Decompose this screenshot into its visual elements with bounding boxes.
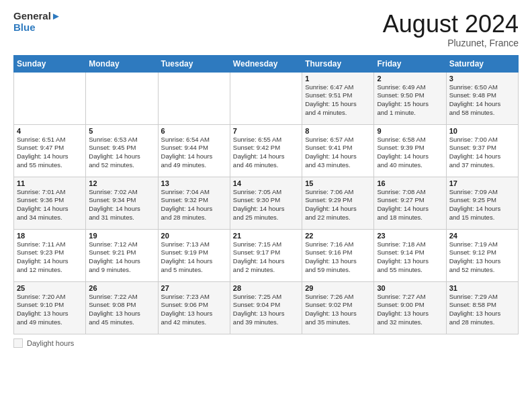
day-number: 29	[305, 284, 371, 292]
day-cell: 24Sunrise: 7:19 AM Sunset: 9:12 PM Dayli…	[446, 229, 518, 281]
day-info: Sunrise: 6:58 AM Sunset: 9:39 PM Dayligh…	[377, 136, 443, 170]
day-info: Sunrise: 7:05 AM Sunset: 9:30 PM Dayligh…	[233, 188, 299, 222]
day-cell: 26Sunrise: 7:22 AM Sunset: 9:08 PM Dayli…	[86, 281, 158, 334]
day-cell: 7Sunrise: 6:55 AM Sunset: 9:42 PM Daylig…	[230, 124, 302, 177]
logo-text-block: General► Blue	[13, 11, 61, 33]
day-cell: 14Sunrise: 7:05 AM Sunset: 9:30 PM Dayli…	[230, 177, 302, 229]
weekday-header-saturday: Saturday	[446, 55, 518, 72]
day-info: Sunrise: 7:06 AM Sunset: 9:29 PM Dayligh…	[305, 188, 371, 222]
weekday-header-monday: Monday	[86, 55, 158, 72]
day-number: 10	[449, 127, 515, 135]
day-info: Sunrise: 6:49 AM Sunset: 9:50 PM Dayligh…	[377, 83, 443, 118]
day-number: 6	[161, 127, 227, 135]
day-info: Sunrise: 7:01 AM Sunset: 9:36 PM Dayligh…	[17, 188, 83, 222]
day-info: Sunrise: 6:51 AM Sunset: 9:47 PM Dayligh…	[17, 136, 83, 170]
weekday-header-tuesday: Tuesday	[158, 55, 230, 72]
day-cell: 15Sunrise: 7:06 AM Sunset: 9:29 PM Dayli…	[302, 177, 374, 229]
daylight-box	[13, 338, 23, 348]
day-cell: 25Sunrise: 7:20 AM Sunset: 9:10 PM Dayli…	[14, 281, 86, 334]
logo-general: General►	[13, 11, 61, 22]
day-info: Sunrise: 6:53 AM Sunset: 9:45 PM Dayligh…	[89, 136, 154, 170]
week-row-5: 25Sunrise: 7:20 AM Sunset: 9:10 PM Dayli…	[14, 281, 519, 334]
day-cell: 21Sunrise: 7:15 AM Sunset: 9:17 PM Dayli…	[230, 229, 302, 281]
day-number: 30	[377, 284, 443, 292]
day-number: 19	[89, 232, 154, 240]
day-cell: 1Sunrise: 6:47 AM Sunset: 9:51 PM Daylig…	[302, 72, 374, 124]
day-number: 9	[377, 127, 443, 135]
week-row-2: 4Sunrise: 6:51 AM Sunset: 9:47 PM Daylig…	[14, 124, 519, 177]
day-cell: 11Sunrise: 7:01 AM Sunset: 9:36 PM Dayli…	[14, 177, 86, 229]
day-cell: 6Sunrise: 6:54 AM Sunset: 9:44 PM Daylig…	[158, 124, 230, 177]
location: Pluzunet, France	[383, 38, 519, 48]
day-number: 11	[17, 179, 83, 187]
day-number: 25	[17, 284, 83, 292]
day-cell: 22Sunrise: 7:16 AM Sunset: 9:16 PM Dayli…	[302, 229, 374, 281]
day-cell	[14, 72, 86, 124]
day-cell: 30Sunrise: 7:27 AM Sunset: 9:00 PM Dayli…	[374, 281, 446, 334]
day-number: 13	[161, 179, 227, 187]
day-info: Sunrise: 7:11 AM Sunset: 9:23 PM Dayligh…	[17, 240, 83, 275]
day-info: Sunrise: 7:22 AM Sunset: 9:08 PM Dayligh…	[89, 293, 154, 327]
day-number: 21	[233, 232, 299, 240]
day-cell: 3Sunrise: 6:50 AM Sunset: 9:48 PM Daylig…	[446, 72, 518, 124]
daylight-label: Daylight hours	[27, 339, 74, 347]
day-cell: 18Sunrise: 7:11 AM Sunset: 9:23 PM Dayli…	[14, 229, 86, 281]
day-number: 4	[17, 127, 83, 135]
day-info: Sunrise: 7:02 AM Sunset: 9:34 PM Dayligh…	[89, 188, 154, 222]
header: General► Blue August 2024 Pluzunet, Fran…	[13, 11, 519, 48]
day-info: Sunrise: 7:20 AM Sunset: 9:10 PM Dayligh…	[17, 293, 83, 327]
calendar-table: SundayMondayTuesdayWednesdayThursdayFrid…	[13, 55, 519, 334]
day-cell: 16Sunrise: 7:08 AM Sunset: 9:27 PM Dayli…	[374, 177, 446, 229]
day-cell: 8Sunrise: 6:57 AM Sunset: 9:41 PM Daylig…	[302, 124, 374, 177]
day-number: 23	[377, 232, 443, 240]
weekday-header-sunday: Sunday	[14, 55, 86, 72]
weekday-header-wednesday: Wednesday	[230, 55, 302, 72]
day-info: Sunrise: 7:27 AM Sunset: 9:00 PM Dayligh…	[377, 293, 443, 327]
day-info: Sunrise: 7:29 AM Sunset: 8:58 PM Dayligh…	[449, 293, 515, 327]
day-number: 14	[233, 179, 299, 187]
day-number: 5	[89, 127, 154, 135]
day-info: Sunrise: 7:08 AM Sunset: 9:27 PM Dayligh…	[377, 188, 443, 222]
day-info: Sunrise: 7:13 AM Sunset: 9:19 PM Dayligh…	[161, 240, 227, 275]
day-cell: 10Sunrise: 7:00 AM Sunset: 9:37 PM Dayli…	[446, 124, 518, 177]
day-info: Sunrise: 6:50 AM Sunset: 9:48 PM Dayligh…	[449, 83, 515, 118]
day-info: Sunrise: 7:23 AM Sunset: 9:06 PM Dayligh…	[161, 293, 227, 327]
day-number: 17	[449, 179, 515, 187]
day-number: 18	[17, 232, 83, 240]
day-cell: 27Sunrise: 7:23 AM Sunset: 9:06 PM Dayli…	[158, 281, 230, 334]
weekday-header-friday: Friday	[374, 55, 446, 72]
day-info: Sunrise: 7:00 AM Sunset: 9:37 PM Dayligh…	[449, 136, 515, 170]
day-cell: 5Sunrise: 6:53 AM Sunset: 9:45 PM Daylig…	[86, 124, 158, 177]
day-number: 2	[377, 75, 443, 83]
day-cell	[230, 72, 302, 124]
day-cell: 12Sunrise: 7:02 AM Sunset: 9:34 PM Dayli…	[86, 177, 158, 229]
day-number: 12	[89, 179, 154, 187]
logo: General► Blue	[13, 11, 61, 33]
day-number: 24	[449, 232, 515, 240]
day-info: Sunrise: 7:04 AM Sunset: 9:32 PM Dayligh…	[161, 188, 227, 222]
day-number: 28	[233, 284, 299, 292]
day-cell: 13Sunrise: 7:04 AM Sunset: 9:32 PM Dayli…	[158, 177, 230, 229]
day-info: Sunrise: 7:15 AM Sunset: 9:17 PM Dayligh…	[233, 240, 299, 275]
day-info: Sunrise: 7:18 AM Sunset: 9:14 PM Dayligh…	[377, 240, 443, 275]
day-cell: 28Sunrise: 7:25 AM Sunset: 9:04 PM Dayli…	[230, 281, 302, 334]
logo-blue: Blue	[13, 22, 61, 34]
day-cell: 2Sunrise: 6:49 AM Sunset: 9:50 PM Daylig…	[374, 72, 446, 124]
day-info: Sunrise: 6:47 AM Sunset: 9:51 PM Dayligh…	[305, 83, 371, 118]
day-number: 22	[305, 232, 371, 240]
day-cell: 31Sunrise: 7:29 AM Sunset: 8:58 PM Dayli…	[446, 281, 518, 334]
day-info: Sunrise: 6:57 AM Sunset: 9:41 PM Dayligh…	[305, 136, 371, 170]
month-title: August 2024	[383, 11, 519, 38]
title-block: August 2024 Pluzunet, France	[383, 11, 519, 48]
day-info: Sunrise: 7:19 AM Sunset: 9:12 PM Dayligh…	[449, 240, 515, 275]
day-info: Sunrise: 7:12 AM Sunset: 9:21 PM Dayligh…	[89, 240, 154, 275]
day-info: Sunrise: 6:54 AM Sunset: 9:44 PM Dayligh…	[161, 136, 227, 170]
day-info: Sunrise: 7:25 AM Sunset: 9:04 PM Dayligh…	[233, 293, 299, 327]
day-cell: 20Sunrise: 7:13 AM Sunset: 9:19 PM Dayli…	[158, 229, 230, 281]
footer: Daylight hours	[13, 338, 519, 348]
day-info: Sunrise: 7:09 AM Sunset: 9:25 PM Dayligh…	[449, 188, 515, 222]
calendar-header: SundayMondayTuesdayWednesdayThursdayFrid…	[14, 55, 519, 72]
day-info: Sunrise: 7:16 AM Sunset: 9:16 PM Dayligh…	[305, 240, 371, 275]
day-info: Sunrise: 7:26 AM Sunset: 9:02 PM Dayligh…	[305, 293, 371, 327]
day-info: Sunrise: 6:55 AM Sunset: 9:42 PM Dayligh…	[233, 136, 299, 170]
